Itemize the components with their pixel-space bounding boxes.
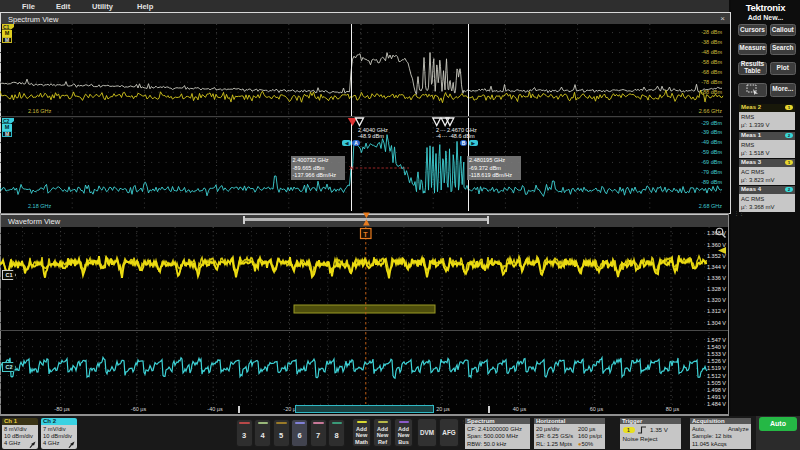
svg-text:T: T (363, 231, 368, 238)
